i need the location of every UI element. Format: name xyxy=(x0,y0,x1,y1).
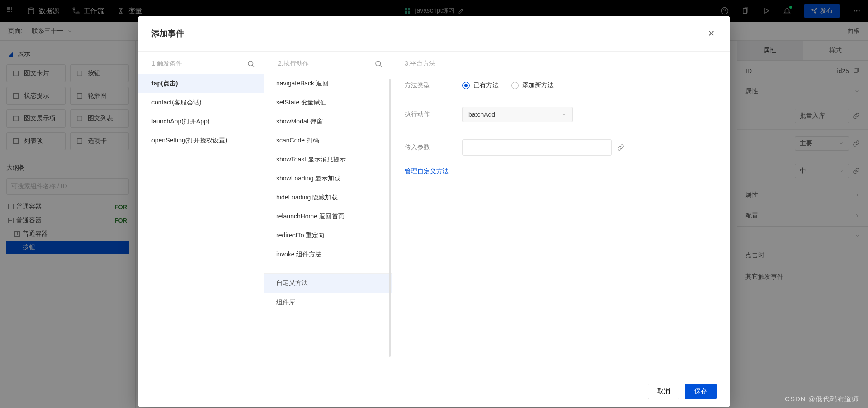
trigger-item[interactable]: openSetting(打开授权设置) xyxy=(138,131,264,150)
label-param: 传入参数 xyxy=(405,143,462,152)
modal-footer: 取消 保存 xyxy=(138,375,730,407)
close-button[interactable]: ✕ xyxy=(706,27,717,40)
col3-title: 3.平台方法 xyxy=(405,60,435,68)
chevron-down-icon xyxy=(561,112,567,117)
action-item[interactable]: showToast 显示消息提示 xyxy=(264,150,392,169)
action-item[interactable]: redirectTo 重定向 xyxy=(264,226,392,245)
action-item[interactable]: relaunchHome 返回首页 xyxy=(264,207,392,226)
manage-custom-link[interactable]: 管理自定义方法 xyxy=(405,166,717,176)
action-group[interactable]: 自定义方法 xyxy=(264,273,392,293)
radio-new[interactable]: 添加新方法 xyxy=(511,81,554,90)
row-param: 传入参数 xyxy=(405,132,717,166)
trigger-item[interactable]: tap(点击) xyxy=(138,74,264,93)
column-platform: 3.平台方法 方法类型 已有方法 添加新方法 执行动作 batchAdd 传入参… xyxy=(392,52,730,375)
add-event-modal: 添加事件 ✕ 1.触发条件 tap(点击)contact(客服会话)launch… xyxy=(138,16,730,407)
action-item[interactable]: invoke 组件方法 xyxy=(264,245,392,264)
param-input[interactable] xyxy=(462,139,612,156)
scrollbar[interactable] xyxy=(389,79,391,357)
save-button[interactable]: 保存 xyxy=(685,384,717,399)
search-icon[interactable] xyxy=(247,60,255,68)
search-icon[interactable] xyxy=(374,60,382,68)
radio-dot-icon xyxy=(511,82,519,89)
link-icon[interactable] xyxy=(617,144,624,151)
action-item[interactable]: showModal 弹窗 xyxy=(264,112,392,131)
modal-header: 添加事件 ✕ xyxy=(138,16,730,51)
radio-dot-icon xyxy=(462,82,470,89)
action-item[interactable]: hideLoading 隐藏加载 xyxy=(264,188,392,207)
column-trigger: 1.触发条件 tap(点击)contact(客服会话)launchApp(打开A… xyxy=(138,52,264,375)
trigger-item[interactable]: launchApp(打开App) xyxy=(138,112,264,131)
trigger-item[interactable]: contact(客服会话) xyxy=(138,93,264,112)
action-item[interactable]: setState 变量赋值 xyxy=(264,93,392,112)
row-exec: 执行动作 batchAdd xyxy=(405,100,717,132)
action-item[interactable]: navigateBack 返回 xyxy=(264,74,392,93)
col1-title: 1.触发条件 xyxy=(151,60,182,68)
svg-point-17 xyxy=(248,61,253,66)
row-method-type: 方法类型 已有方法 添加新方法 xyxy=(405,74,717,100)
label-method-type: 方法类型 xyxy=(405,81,462,90)
action-group[interactable]: 组件库 xyxy=(264,293,392,312)
radio-existing[interactable]: 已有方法 xyxy=(462,81,499,90)
column-action: 2.执行动作 navigateBack 返回setState 变量赋值showM… xyxy=(264,52,392,375)
exec-select[interactable]: batchAdd xyxy=(462,107,573,122)
modal-title: 添加事件 xyxy=(151,28,184,39)
action-item[interactable]: showLoading 显示加载 xyxy=(264,169,392,188)
label-exec: 执行动作 xyxy=(405,110,462,119)
watermark: CSDN @低代码布道师 xyxy=(785,395,859,403)
action-item[interactable]: scanCode 扫码 xyxy=(264,131,392,150)
col2-title: 2.执行动作 xyxy=(278,60,309,68)
cancel-button[interactable]: 取消 xyxy=(648,384,679,399)
svg-point-18 xyxy=(376,61,381,66)
